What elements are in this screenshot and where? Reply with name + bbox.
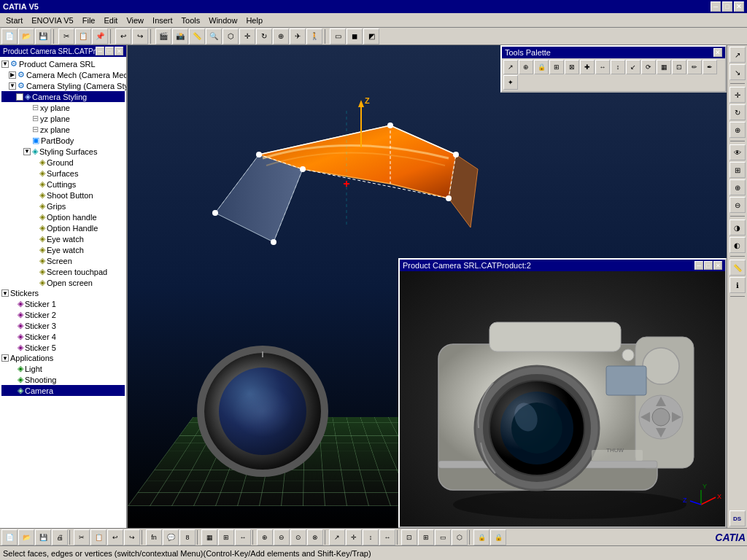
tp-btn-15[interactable]: ✦ [503, 75, 518, 90]
menu-file[interactable]: File [78, 15, 100, 26]
tree-item-screen[interactable]: ◈ Screen [1, 255, 125, 266]
tp-btn-14[interactable]: ✒ [703, 60, 717, 74]
v2-minimize-button[interactable]: ─ [694, 261, 703, 270]
bt-btn-7[interactable]: ↩ [107, 529, 123, 545]
tree-item-applications-group[interactable]: ▼ Applications [1, 353, 125, 363]
bt-btn-26[interactable]: ⬡ [452, 529, 468, 545]
shade2-button[interactable]: ◩ [363, 28, 379, 44]
tp-btn-11[interactable]: ▦ [657, 60, 671, 74]
tools-palette-close-button[interactable]: ✕ [713, 48, 722, 57]
bt-btn-14[interactable]: ↔ [235, 529, 251, 545]
v2-close-button[interactable]: ✕ [713, 261, 722, 270]
menu-insert[interactable]: Insert [148, 15, 177, 26]
bt-btn-16[interactable]: ⊖ [274, 529, 290, 545]
tree-item-yz-plane[interactable]: ⊟ yz plane [1, 113, 125, 124]
tree-min-button[interactable]: ─ [96, 47, 104, 55]
tp-btn-3[interactable]: 🔒 [534, 60, 549, 74]
tree-item-option-handle-2[interactable]: ◈ Option Handle [1, 222, 125, 233]
tree-item-ground[interactable]: ◈ Ground [1, 157, 125, 168]
wire-button[interactable]: ▭ [330, 28, 346, 44]
undo-button[interactable]: ↩ [115, 28, 131, 44]
tree-expand-stickers[interactable]: ▼ [1, 289, 9, 297]
tree-item-cuttings[interactable]: ◈ Cuttings [1, 179, 125, 190]
menu-edit[interactable]: Edit [99, 15, 122, 26]
tp-btn-4[interactable]: ⊞ [549, 60, 564, 74]
rt-move-btn[interactable]: ✛ [729, 87, 746, 103]
tree-item-stickers-group[interactable]: ▼ Stickers [1, 288, 125, 298]
copy-button[interactable]: 📋 [75, 28, 91, 44]
menu-enovia[interactable]: ENOVIA V5 [27, 15, 77, 26]
tree-item-camera-app[interactable]: ◈ Camera [1, 385, 125, 396]
tree-expand-root[interactable]: ▼ [1, 61, 9, 68]
bt-btn-10[interactable]: 💬 [163, 529, 179, 545]
tree-item-camera-mech[interactable]: ▶ ⚙ Camera Mech (Camera Mech.1) [1, 69, 125, 80]
bt-btn-13[interactable]: ⊞ [218, 529, 234, 545]
redo-button[interactable]: ↪ [132, 28, 148, 44]
rt-view-btn[interactable]: 👁 [729, 144, 746, 160]
tree-item-sticker-2[interactable]: ◈ Sticker 2 [1, 309, 125, 320]
tree-item-camera-styling[interactable]: ▼ ◈ Camera Styling [1, 91, 125, 102]
rt-info-btn[interactable]: ℹ [729, 277, 746, 293]
bt-btn-2[interactable]: 📂 [18, 529, 34, 545]
rt-hide-btn[interactable]: ◑ [729, 219, 746, 236]
tp-btn-5[interactable]: ⊠ [565, 60, 579, 74]
tree-item-sticker-5[interactable]: ◈ Sticker 5 [1, 342, 125, 353]
analyze-button[interactable]: 🔍 [206, 28, 222, 44]
tree-item-partbody[interactable]: ▣ PartBody [1, 135, 125, 146]
tree-item-shooting[interactable]: ◈ Shooting [1, 374, 125, 385]
tp-btn-7[interactable]: ↔ [595, 60, 610, 74]
bt-btn-23[interactable]: ⊡ [401, 529, 417, 545]
render-button[interactable]: 🎬 [155, 28, 171, 44]
cut-button[interactable]: ✂ [58, 28, 74, 44]
walk-button[interactable]: 🚶 [306, 28, 322, 44]
bt-btn-4[interactable]: 🖨 [52, 529, 68, 545]
fly-button[interactable]: ✈ [290, 28, 306, 44]
rt-zoom-out-btn[interactable]: ⊖ [729, 197, 746, 213]
rt-subselect-btn[interactable]: ↘ [729, 64, 746, 80]
tree-item-surfaces[interactable]: ◈ Surfaces [1, 168, 125, 179]
menu-start[interactable]: Start [1, 15, 27, 26]
bt-btn-15[interactable]: ⊕ [257, 529, 273, 545]
menu-help[interactable]: Help [241, 15, 267, 26]
shade-button[interactable]: ◼ [347, 28, 363, 44]
tp-btn-9[interactable]: ↙ [626, 60, 640, 74]
tree-item-sticker-1[interactable]: ◈ Sticker 1 [1, 298, 125, 309]
tree-expand-styling-parent[interactable]: ▼ [9, 82, 16, 90]
tree-item-sticker-3[interactable]: ◈ Sticker 3 [1, 320, 125, 331]
tree-item-product-camera-srl[interactable]: ▼ ⚙ Product Camera SRL [1, 58, 125, 69]
paste-button[interactable]: 📌 [92, 28, 108, 44]
tree-item-shoot-button[interactable]: ◈ Shoot Button [1, 190, 125, 201]
menu-view[interactable]: View [122, 15, 148, 26]
tree-item-eye-watch-2[interactable]: ◈ Eye watch [1, 244, 125, 255]
open-button[interactable]: 📂 [18, 28, 34, 44]
rt-catia-logo-btn[interactable]: DS [729, 510, 746, 526]
zoom-button[interactable]: ⊕ [273, 28, 289, 44]
tree-max-button[interactable]: □ [105, 47, 114, 55]
move-button[interactable]: ✛ [239, 28, 255, 44]
tp-btn-12[interactable]: ⊡ [672, 60, 686, 74]
tp-btn-13[interactable]: ✏ [687, 60, 702, 74]
menu-tools[interactable]: Tools [177, 15, 205, 26]
rt-measure-btn[interactable]: 📏 [729, 260, 746, 276]
bt-btn-6[interactable]: 📋 [90, 529, 107, 545]
tree-item-eye-watch-1[interactable]: ◈ Eye watch [1, 233, 125, 244]
tree-item-open-screen[interactable]: ◈ Open screen [1, 277, 125, 288]
bt-btn-1[interactable]: 📄 [1, 529, 18, 545]
bt-btn-20[interactable]: ✛ [346, 529, 362, 545]
snap-button[interactable]: 📸 [172, 28, 188, 44]
bt-btn-3[interactable]: 💾 [35, 529, 51, 545]
rt-show-btn[interactable]: ◐ [729, 237, 746, 253]
bt-btn-12[interactable]: ▦ [201, 529, 217, 545]
tree-item-grips[interactable]: ◈ Grips [1, 201, 125, 211]
rotate-button[interactable]: ↻ [256, 28, 272, 44]
minimize-button[interactable]: ─ [711, 1, 721, 12]
new-button[interactable]: 📄 [1, 28, 18, 44]
rt-select-btn[interactable]: ↗ [729, 47, 746, 63]
tree-item-styling-surfaces[interactable]: ▼ ◈ Styling Surfaces [1, 146, 125, 157]
rt-zoom-in-btn[interactable]: ⊕ [729, 179, 746, 195]
save-button[interactable]: 💾 [35, 28, 51, 44]
bt-btn-21[interactable]: ↕ [363, 529, 379, 545]
tree-item-sticker-4[interactable]: ◈ Sticker 4 [1, 331, 125, 342]
bt-btn-27[interactable]: 🔒 [473, 529, 489, 545]
bt-btn-11[interactable]: 8 [179, 529, 196, 545]
